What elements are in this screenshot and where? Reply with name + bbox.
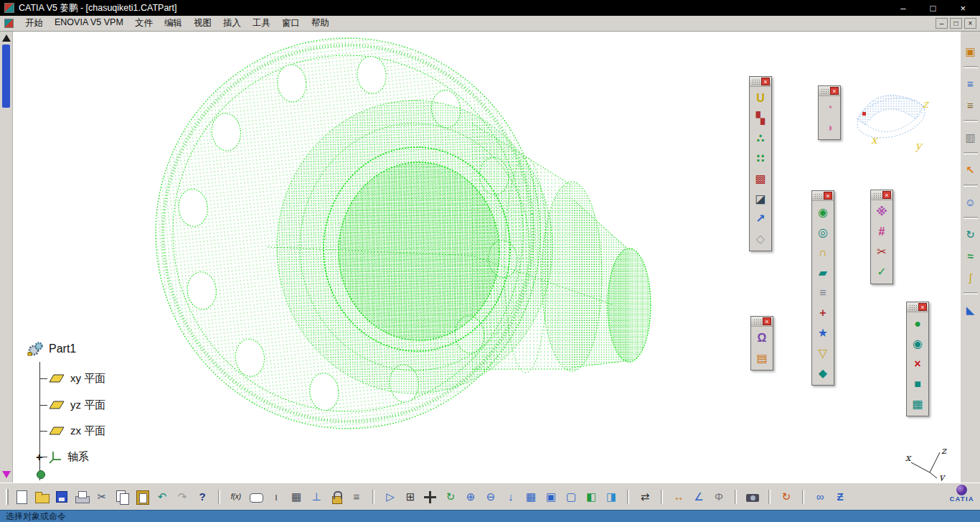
- remove-points-icon[interactable]: ∴: [752, 130, 769, 147]
- shading-icon[interactable]: ▢: [562, 488, 580, 505]
- close-icon[interactable]: ×: [830, 87, 839, 95]
- menu-window[interactable]: 窗口: [276, 15, 306, 32]
- new-document-icon[interactable]: [13, 488, 30, 505]
- copy-icon[interactable]: [113, 488, 131, 505]
- plane-measure-icon[interactable]: ◣: [962, 301, 979, 318]
- power-fit-icon[interactable]: ★: [814, 325, 831, 342]
- canonic-shape-icon[interactable]: ▽: [814, 345, 831, 362]
- normal-view-icon[interactable]: ↓: [502, 488, 519, 505]
- delete-mesh-icon[interactable]: ×: [909, 355, 926, 373]
- toolbar-mesh-edit[interactable]: × ●◉×■▦: [906, 302, 929, 416]
- whats-this-icon[interactable]: ?: [194, 488, 211, 505]
- collaboration-icon[interactable]: ☺: [962, 193, 979, 210]
- swap-space-icon[interactable]: ◨: [603, 488, 620, 505]
- planes-stack-icon[interactable]: ≡: [814, 284, 831, 302]
- axis-system-icon[interactable]: ⊥: [308, 488, 325, 505]
- sync-icon[interactable]: ↻: [778, 488, 795, 505]
- close-icon[interactable]: ×: [763, 317, 771, 325]
- undo-icon[interactable]: ↶: [154, 488, 171, 505]
- spline-icon[interactable]: ∫: [962, 269, 979, 286]
- measure-between-icon[interactable]: ↔: [670, 488, 687, 505]
- menu-view[interactable]: 视图: [188, 15, 217, 32]
- patch-icon[interactable]: ▰: [814, 264, 831, 281]
- open-folder-icon[interactable]: [33, 488, 50, 505]
- container-icon[interactable]: ▥: [962, 129, 979, 146]
- menu-edit[interactable]: 编辑: [159, 15, 188, 32]
- flip-edge-icon[interactable]: ■: [909, 376, 926, 393]
- product-structure-icon[interactable]: ▣: [962, 42, 979, 60]
- export-cloud-icon[interactable]: ↗: [752, 210, 769, 228]
- align-clouds-icon[interactable]: ◪: [752, 190, 769, 208]
- toolbar-titlebar[interactable]: ×: [751, 317, 773, 327]
- tree-item-axis-system[interactable]: 轴系: [47, 449, 89, 465]
- formula-icon[interactable]: f(x): [227, 488, 245, 505]
- surface-net-icon[interactable]: ◎: [814, 224, 831, 241]
- viewport-3d[interactable]: Part1 xy 平面 yz 平面 zx 平面 轴系 ✚: [0, 32, 980, 483]
- catalog-icon[interactable]: ≡: [348, 488, 365, 505]
- iso-view-icon[interactable]: ▣: [542, 488, 560, 505]
- print-icon[interactable]: [73, 488, 90, 505]
- fit-all-icon[interactable]: ⊞: [402, 488, 419, 505]
- hex-patch-icon[interactable]: ◆: [814, 365, 831, 382]
- grid-patch-icon[interactable]: ▦: [909, 396, 926, 413]
- select-cursor-icon[interactable]: ↖: [962, 161, 979, 178]
- check-deviation-icon[interactable]: ✓: [873, 264, 890, 281]
- toolbar-titlebar[interactable]: ×: [812, 191, 834, 201]
- hub-body[interactable]: [268, 101, 651, 393]
- split-cloud-icon[interactable]: ✂: [873, 243, 890, 261]
- sphere-small-icon[interactable]: ●: [909, 315, 926, 332]
- color-map-icon[interactable]: #: [873, 223, 890, 241]
- tree-item-xy-plane[interactable]: xy 平面: [47, 370, 105, 386]
- save-icon[interactable]: [53, 488, 70, 505]
- link-manager-icon[interactable]: ∞: [811, 488, 829, 505]
- fly-mode-icon[interactable]: ▷: [382, 488, 399, 505]
- tree-item-partial-icon[interactable]: [36, 470, 46, 480]
- rotate-icon[interactable]: ↻: [442, 488, 459, 505]
- close-icon[interactable]: ×: [918, 303, 927, 311]
- window-swap-icon[interactable]: ⇄: [636, 488, 654, 505]
- tree-root-part1[interactable]: Part1: [27, 340, 76, 358]
- cloud-ball-icon[interactable]: ※: [873, 203, 890, 220]
- mesh-ball-icon[interactable]: ◉: [909, 335, 926, 353]
- toolbar-surface-reconstruction[interactable]: × ◉◎∩▰≡+★▽◆: [811, 190, 834, 386]
- mdi-close-icon[interactable]: ×: [964, 18, 976, 29]
- hide-show-icon[interactable]: ◧: [583, 488, 600, 505]
- tree-scroll-thumb[interactable]: [2, 45, 10, 108]
- maximize-icon[interactable]: □: [930, 3, 936, 14]
- tree-scroll-up-icon[interactable]: [2, 34, 11, 42]
- toolbar-titlebar[interactable]: ×: [819, 86, 840, 96]
- toolbar-cloud-display[interactable]: × Ω▤: [750, 316, 773, 370]
- mask-icon[interactable]: Ω: [753, 330, 771, 347]
- compass-handle[interactable]: [862, 112, 866, 116]
- menu-help[interactable]: 帮助: [306, 15, 335, 32]
- zoom-in-icon[interactable]: ⊕: [462, 488, 479, 505]
- redo-icon[interactable]: ↷: [174, 488, 191, 505]
- toolbar-grip-icon[interactable]: [6, 489, 9, 505]
- toolbar-sections[interactable]: × ◔◑: [818, 85, 841, 140]
- close-icon[interactable]: ×: [882, 191, 891, 199]
- toolbar-titlebar[interactable]: ×: [907, 302, 928, 312]
- compass[interactable]: z x y: [847, 75, 938, 155]
- capture-icon[interactable]: [744, 488, 761, 505]
- filter-points-icon[interactable]: ∷: [752, 150, 769, 167]
- tree-scroll-down-icon[interactable]: [2, 471, 11, 478]
- mdi-restore-icon[interactable]: □: [950, 18, 962, 29]
- toolbar-cloud-analysis[interactable]: × ※#✂✓: [870, 190, 893, 284]
- paste-icon[interactable]: [133, 488, 151, 505]
- cut-icon[interactable]: ✂: [93, 488, 110, 505]
- tree-item-zx-plane[interactable]: zx 平面: [47, 423, 105, 439]
- knowledge-bolt-icon[interactable]: Ƶ: [831, 488, 849, 505]
- close-icon[interactable]: ×: [761, 78, 770, 85]
- mesh-tiles-icon[interactable]: ▚: [752, 110, 769, 127]
- toolbar-titlebar[interactable]: ×: [871, 190, 892, 200]
- close-icon[interactable]: ×: [824, 192, 832, 200]
- tessellate-icon[interactable]: ◇: [752, 230, 769, 248]
- menu-enovia-v5-vpm[interactable]: ENOVIA V5 VPM: [49, 15, 129, 32]
- toolbar-cloud-edit[interactable]: × U▚∴∷▩◪↗◇: [749, 76, 772, 251]
- menu-tools[interactable]: 工具: [247, 15, 276, 32]
- tree-item-yz-plane[interactable]: yz 平面: [47, 397, 105, 413]
- sweep-icon[interactable]: ≈: [962, 247, 979, 264]
- lock-icon[interactable]: [328, 488, 345, 505]
- activate-points-icon[interactable]: ▩: [752, 170, 769, 187]
- healing-icon[interactable]: +: [814, 304, 831, 322]
